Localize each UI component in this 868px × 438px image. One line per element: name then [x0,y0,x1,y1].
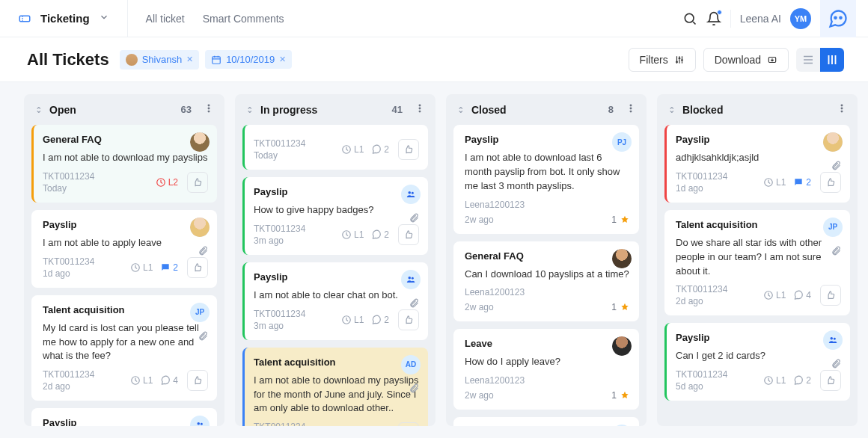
filter-user-label: Shivansh [142,54,182,65]
approve-button[interactable] [187,257,208,278]
sort-icon[interactable] [34,105,45,115]
star-icon [620,390,630,401]
approve-button[interactable] [187,172,208,193]
approve-button[interactable] [398,422,419,426]
svg-point-30 [630,108,632,109]
ticket-card[interactable]: Payslipadhjklsahkldjk;asjld TKT0011234 1… [664,125,850,203]
sort-icon [245,105,256,115]
close-icon[interactable]: ✕ [279,55,286,64]
attachment-icon [198,246,208,259]
svg-point-2 [834,16,836,18]
ticket-card[interactable]: LeaveHow do I apply leave?Leena12001232w… [453,329,639,410]
column-body[interactable]: Payslipadhjklsahkldjk;asjld TKT0011234 1… [657,125,858,426]
ticket-card[interactable]: General FAQCan I download 10 payslips at… [453,241,639,322]
assignee-initials: AD [401,355,421,374]
svg-point-37 [831,337,834,340]
approve-button[interactable] [398,309,419,330]
search-icon[interactable] [682,11,697,26]
column-menu[interactable] [415,103,425,116]
svg-point-16 [201,423,203,425]
group-icon [401,270,421,289]
attachment-icon [409,298,419,311]
chevron-down-icon[interactable] [99,12,109,25]
approve-button[interactable] [820,370,841,391]
nav-smart-comments[interactable]: Smart Comments [203,13,284,25]
column-count: 63 [181,104,192,115]
group-icon [828,335,838,345]
rating: 1 [611,302,630,312]
user-avatar[interactable]: YM [790,8,811,29]
group-icon [406,274,416,285]
ticket-meta: TKT0011234 3m ago [254,422,305,426]
filter-chip-user[interactable]: Shivansh ✕ [120,50,199,70]
column-menu[interactable] [204,103,214,116]
assignee-avatar [190,132,210,152]
ticket-card[interactable]: TKT0011234 Today L12 [242,125,428,170]
ticket-card[interactable]: Talent acquisitionJPMy Id card is lost c… [31,295,217,401]
ticket-card[interactable]: PayslipHow to give happy badges? TKT0011… [242,177,428,255]
sort-icon[interactable] [456,105,467,115]
bell-icon[interactable] [706,11,721,26]
card-footer: TKT0011234 1d ago L12 [676,171,841,194]
app-logo-icon[interactable] [820,0,856,37]
board-view-button[interactable] [820,48,844,72]
topbar-app-switcher[interactable]: Ticketing [0,0,128,37]
ticket-card[interactable]: PayslipHow to add a note or remainer? [31,408,217,426]
chat-icon [371,229,382,240]
column-menu[interactable] [626,103,636,116]
ticket-card[interactable]: LeavePJDo I still need to send an email … [453,417,639,426]
approve-button[interactable] [398,139,419,160]
column-header: Closed 8 [446,94,647,125]
sort-icon[interactable] [667,105,678,115]
ticket-time: 1d ago [43,268,94,279]
ticket-card[interactable]: PayslipPJI am not able to download last … [453,125,639,234]
column-body[interactable]: TKT0011234 Today L12PayslipHow to give h… [235,125,435,426]
thumb-icon [825,375,836,386]
ticket-time: Today [254,150,305,161]
approve-button[interactable] [820,285,841,306]
nav-all-ticket[interactable]: All ticket [146,13,185,25]
filters-label: Filters [640,54,668,66]
card-category: Payslip [676,332,841,343]
card-footer: TKT0011234 Today L12 [254,138,419,161]
ticket-time: 1d ago [676,183,727,194]
app-title: Ticketing [40,12,90,25]
card-category: Payslip [465,134,630,145]
card-description: adhjklsahkldjk;asjld [676,151,841,165]
chat-icon [371,315,382,325]
column-menu[interactable] [837,103,847,116]
close-icon[interactable]: ✕ [186,55,193,64]
ticket-card[interactable]: PayslipI am not able to clear chat on bo… [242,262,428,340]
card-footer: TKT0011234 3m ago L12 [254,223,419,246]
approve-button[interactable] [398,224,419,245]
svg-point-19 [419,111,421,112]
more-icon [415,103,425,114]
ticket-card[interactable]: Talent acquisitionJPDo we share all star… [664,210,850,316]
card-footer: 2w ago1 [465,302,630,312]
sla-badge: L2 [156,177,178,188]
svg-point-21 [409,191,412,194]
download-button[interactable]: Download [703,48,789,72]
column: Closed 8 PayslipPJI am not able to downl… [446,94,647,426]
ticket-card[interactable]: Talent acquisitionADI am not able to dow… [242,348,428,426]
card-category: Payslip [254,271,419,283]
ticket-card[interactable]: PayslipI am not able to apply leave TKT0… [31,210,217,288]
card-description: Can I download 10 payslips at a time? [465,268,630,282]
board[interactable]: Open 63 General FAQI am not able to down… [0,82,868,438]
filters-button[interactable]: Filters [629,48,696,72]
column-body[interactable]: PayslipPJI am not able to download last … [446,125,647,426]
card-category: Leave [465,338,630,349]
clock-icon [156,177,166,188]
approve-button[interactable] [187,370,208,391]
ticket-icon [18,12,31,25]
filter-chip-date[interactable]: 10/10/2019 ✕ [205,50,292,69]
comment-count: 2 [793,375,811,386]
sort-icon[interactable] [245,105,256,115]
attach-icon [409,383,419,394]
approve-button[interactable] [820,172,841,193]
ticket-card[interactable]: General FAQI am not able to download my … [31,125,217,203]
download-icon [767,55,777,65]
column-body[interactable]: General FAQI am not able to download my … [24,125,224,426]
list-view-button[interactable] [796,48,820,72]
ticket-card[interactable]: PayslipCan I get 2 id cards? TKT0011234 … [664,323,850,401]
